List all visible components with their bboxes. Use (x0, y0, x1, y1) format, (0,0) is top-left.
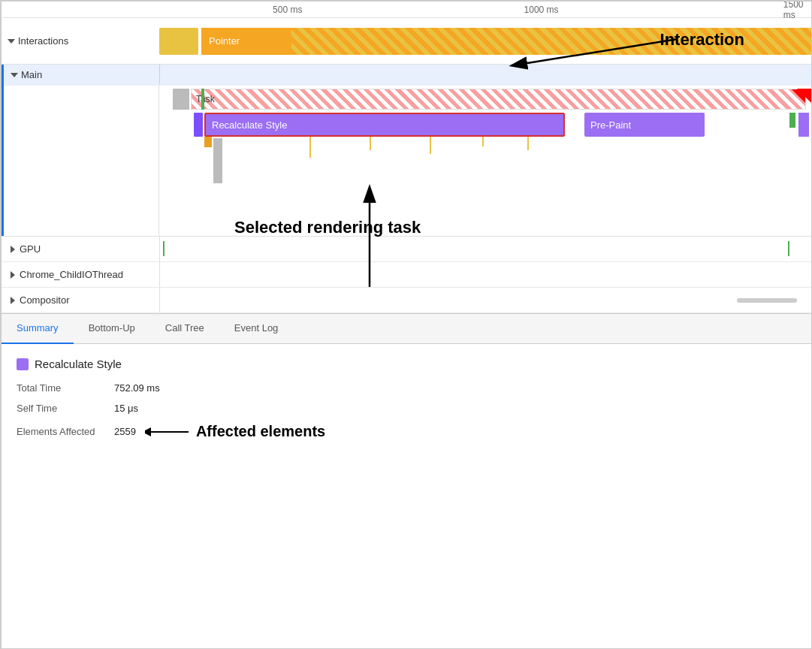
tab-event-log[interactable]: Event Log (219, 314, 294, 344)
total-time-label: Total Time (17, 382, 114, 394)
gpu-green-tick-left (163, 241, 165, 256)
main-track-label-spacer (2, 86, 159, 236)
compositor-label: Compositor (2, 294, 159, 306)
summary-title-text: Recalculate Style (35, 358, 122, 370)
tab-bottom-up-label: Bottom-Up (89, 322, 135, 334)
tab-call-tree-label: Call Tree (165, 322, 204, 334)
affected-arrow-icon (145, 424, 190, 439)
purple-sm-block-1 (194, 113, 203, 137)
pointer-label-bar: Pointer (201, 28, 291, 55)
summary-color-swatch (17, 358, 29, 370)
right-green-block (789, 113, 795, 128)
elements-affected-row: Elements Affected 2559 Affected elements (17, 423, 797, 440)
interactions-row: Interactions Pointer (2, 18, 812, 65)
recalculate-style-bar[interactable]: Recalculate Style (204, 113, 565, 137)
total-time-value: 752.09 ms (114, 382, 160, 394)
compositor-track (159, 288, 812, 312)
main-track-canvas: Task Recalculate Style Pre-Paint (159, 86, 812, 236)
interactions-collapse-icon[interactable] (8, 39, 15, 44)
chrome-childio-expand-icon[interactable] (11, 271, 15, 279)
interactions-track: Pointer (159, 18, 812, 64)
compositor-row: Compositor (2, 288, 812, 313)
main-blue-border (2, 65, 4, 236)
main-collapse-icon[interactable] (11, 73, 18, 77)
gpu-track (159, 237, 812, 261)
gpu-label: GPU (2, 243, 159, 255)
prepaint-label: Pre-Paint (590, 119, 631, 131)
pointer-yellow-block (159, 28, 198, 55)
chrome-childio-label-text: Chrome_ChildIOThread (20, 269, 123, 280)
main-label-text: Main (21, 69, 42, 80)
tab-summary[interactable]: Summary (2, 314, 74, 344)
compositor-scrollbar[interactable] (737, 298, 797, 303)
chrome-childio-row: Chrome_ChildIOThread (2, 262, 812, 288)
gray-block-1 (173, 89, 189, 110)
self-time-row: Self Time 15 μs (17, 403, 797, 414)
tab-event-log-label: Event Log (234, 322, 279, 334)
compositor-label-text: Compositor (20, 294, 69, 306)
main-header-row: Main (2, 65, 812, 86)
bottom-panel: Summary Bottom-Up Call Tree Event Log Re… (2, 314, 812, 463)
pointer-hatched-bar (291, 28, 812, 55)
gpu-row: GPU (2, 237, 812, 262)
chrome-childio-label: Chrome_ChildIOThread (2, 269, 159, 280)
task-bar[interactable]: Task (191, 89, 806, 110)
main-section: Main Task Reca (2, 65, 812, 237)
right-purple-block (798, 113, 809, 137)
gpu-expand-icon[interactable] (11, 246, 15, 253)
chrome-childio-track (159, 262, 812, 287)
summary-title: Recalculate Style (17, 358, 797, 370)
tab-call-tree[interactable]: Call Tree (150, 314, 219, 344)
summary-content: Recalculate Style Total Time 752.09 ms S… (2, 344, 812, 463)
recalc-label: Recalculate Style (212, 119, 287, 131)
interactions-label-text: Interactions (18, 35, 68, 47)
compositor-expand-icon[interactable] (11, 297, 15, 304)
prepaint-bar[interactable]: Pre-Paint (584, 113, 705, 137)
interactions-label: Interactions (2, 35, 159, 47)
elements-affected-label: Elements Affected (17, 426, 114, 437)
gpu-green-tick-right (788, 241, 789, 256)
gpu-label-text: GPU (20, 243, 41, 255)
main-label: Main (2, 69, 159, 80)
time-500: 500 ms (273, 5, 302, 15)
task-label: Task (196, 94, 215, 104)
green-line-left (201, 89, 204, 110)
total-time-row: Total Time 752.09 ms (17, 382, 797, 394)
self-time-value: 15 μs (114, 403, 138, 414)
time-ruler: 500 ms 1000 ms 1500 ms (2, 2, 812, 18)
timeline-area: 500 ms 1000 ms 1500 ms Interactions Poin… (2, 2, 812, 314)
tab-bar: Summary Bottom-Up Call Tree Event Log (2, 314, 812, 344)
tab-summary-label: Summary (17, 322, 59, 334)
pointer-label: Pointer (209, 35, 240, 47)
time-1000: 1000 ms (524, 5, 559, 15)
time-1500: 1500 ms (783, 1, 812, 20)
gray-tall-block (213, 138, 222, 183)
main-track-area: Task Recalculate Style Pre-Paint (2, 86, 812, 236)
elements-affected-value: 2559 (114, 426, 136, 437)
affected-elements-annotation: Affected elements (196, 423, 325, 440)
orange-block-left (204, 137, 212, 147)
self-time-label: Self Time (17, 403, 114, 414)
tab-bottom-up[interactable]: Bottom-Up (74, 314, 150, 344)
